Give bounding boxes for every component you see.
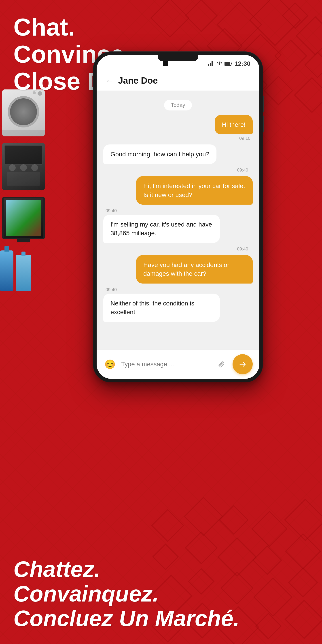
message-input[interactable] xyxy=(121,358,210,370)
volume-up-button xyxy=(263,96,264,112)
message-bubble: I'm selling my car, it's used and have 3… xyxy=(103,215,220,243)
background: Chat. Convince. Close Deals. xyxy=(0,0,322,644)
svg-marker-38 xyxy=(212,61,213,66)
svg-rect-10 xyxy=(305,52,322,77)
phone-mockup: 12:30 ← Jane Doe Today xyxy=(93,52,263,382)
footer-line2: Convainquez. xyxy=(14,582,240,606)
emoji-button[interactable]: 😊 xyxy=(103,358,117,371)
time-label: 09:40 xyxy=(106,166,250,174)
chat-input-area: 😊 xyxy=(96,350,260,379)
svg-rect-3 xyxy=(250,0,300,46)
message-time: 09:40 xyxy=(106,287,117,292)
message-bubble: Hi there! xyxy=(215,115,253,134)
message-time: 09:10 xyxy=(239,136,250,141)
send-icon xyxy=(238,360,247,369)
svg-rect-30 xyxy=(289,568,317,596)
svg-rect-41 xyxy=(231,63,232,64)
svg-rect-5 xyxy=(296,17,322,55)
message-bubble: Neither of this, the condition is excell… xyxy=(103,294,220,322)
svg-rect-9 xyxy=(275,40,306,72)
message-row: Good morning, how can I help you? xyxy=(103,144,253,164)
phone-frame: 12:30 ← Jane Doe Today xyxy=(93,52,263,382)
message-time: 09:40 xyxy=(106,208,117,213)
message-bubble: Hi, I'm interested in your car for sale.… xyxy=(136,176,253,204)
back-button[interactable]: ← xyxy=(106,76,114,86)
svg-rect-25 xyxy=(286,534,320,569)
message-bubble: Good morning, how can I help you? xyxy=(103,144,216,164)
footer-line1: Chattez. xyxy=(14,557,240,582)
send-button[interactable] xyxy=(232,354,253,374)
message-row: 09:40 Neither of this, the condition is … xyxy=(103,286,253,322)
svg-rect-35 xyxy=(285,600,322,638)
svg-rect-4 xyxy=(282,3,308,28)
contact-name: Jane Doe xyxy=(118,76,158,86)
battery-icon xyxy=(224,61,232,66)
svg-rect-17 xyxy=(184,498,222,536)
message-row: Have you had any accidents or damages wi… xyxy=(103,255,253,283)
svg-rect-24 xyxy=(253,546,281,574)
svg-marker-36 xyxy=(208,64,209,66)
attach-button[interactable] xyxy=(215,358,228,371)
svg-marker-37 xyxy=(210,62,211,66)
message-row: Hi there! 09:10 xyxy=(103,115,253,142)
volume-down-button xyxy=(263,116,264,132)
date-divider: Today xyxy=(103,100,253,110)
svg-rect-29 xyxy=(254,578,292,616)
status-time: 12:30 xyxy=(234,60,250,67)
tv-screen xyxy=(6,200,41,236)
svg-rect-40 xyxy=(225,62,230,65)
svg-rect-1 xyxy=(185,0,217,32)
time-label: 09:40 xyxy=(106,245,250,253)
product-washer xyxy=(2,90,45,136)
message-row: 09:40 I'm selling my car, it's used and … xyxy=(103,207,253,243)
svg-rect-20 xyxy=(285,499,322,540)
svg-rect-16 xyxy=(152,510,183,541)
svg-rect-2 xyxy=(217,2,262,47)
footer-tagline: Chattez. Convainquez. Concluez Un Marché… xyxy=(14,557,240,630)
message-row: Hi, I'm interested in your car for sale.… xyxy=(103,176,253,204)
svg-rect-19 xyxy=(252,512,287,546)
footer-line3: Concluez Un Marché. xyxy=(14,606,240,630)
status-icons: 12:30 xyxy=(208,60,250,67)
phone-screen: 12:30 ← Jane Doe Today xyxy=(96,55,260,379)
svg-rect-34 xyxy=(256,613,281,639)
product-cleaning xyxy=(0,246,42,291)
signal-icon xyxy=(208,61,215,66)
chat-header: ← Jane Doe xyxy=(96,71,260,91)
message-bubble: Have you had any accidents or damages wi… xyxy=(136,255,253,283)
svg-rect-18 xyxy=(219,506,248,534)
svg-rect-14 xyxy=(264,76,292,105)
chat-messages: Today Hi there! 09:10 Good morning, how … xyxy=(96,91,260,350)
date-label: Today xyxy=(164,100,192,110)
product-tv xyxy=(2,197,45,239)
header-line1: Chat. xyxy=(14,14,160,40)
attach-icon xyxy=(217,360,226,368)
product-oven xyxy=(2,143,45,190)
product-images xyxy=(0,90,45,291)
status-bar: 12:30 xyxy=(96,55,260,71)
svg-rect-15 xyxy=(294,78,322,112)
wifi-icon xyxy=(216,61,223,66)
